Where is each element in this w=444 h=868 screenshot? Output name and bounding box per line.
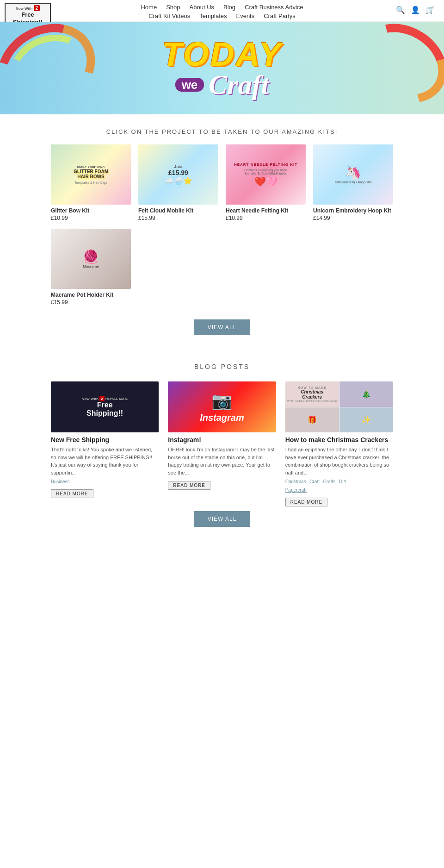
instagram-icon: 📷 [211,391,232,411]
nav-blog[interactable]: Blog [223,4,235,11]
nav-icons: 🔍 👤 🛒 [396,6,435,14]
product-name-4: Unicorn Embroidery Hoop Kit [313,207,393,214]
blog-post-title-2: Instagram! [168,436,276,443]
nav-craft-partys[interactable]: Craft Partys [264,12,296,19]
product-image-macrame: 🧶 Macrame [51,229,131,289]
instagram-label: Instagram [200,412,244,423]
cart-icon[interactable]: 🛒 [426,6,435,14]
blog-section: BLOG POSTS Now With 2 ROYAL MAIL FreeShi… [42,354,402,564]
footer-view-all-wrap: VIEW ALL [51,506,393,545]
view-all-products-button[interactable]: VIEW ALL [194,319,251,335]
product-image-glitter-bow: Make Your Own GLITTER FOAMHAIR BOWS Temp… [51,144,131,205]
hero-we: we [175,78,204,92]
blog-post-excerpt-3: I had an epiphany the other day. I don't… [285,446,393,476]
blog-tag-papercraft[interactable]: Papercraft [285,487,307,493]
blog-grid: Now With 2 ROYAL MAIL FreeShipping!! New… [51,381,393,506]
product-image-unicorn: 🦄 Embroidery Hoop Kit [313,144,393,205]
product-price-2: £15.99 [138,215,218,221]
nav-row-1: Home Shop About Us Blog Craft Business A… [0,4,444,11]
blog-image-shipping: Now With 2 ROYAL MAIL FreeShipping!! [51,381,159,432]
blog-tag-business[interactable]: Business [51,479,70,484]
main-nav: Now With 2 Free Shipping!! Home Shop Abo… [0,0,444,22]
product-name-3: Heart Needle Felting Kit [226,207,306,214]
product-price-1: £10.99 [51,215,131,221]
nav-events[interactable]: Events [236,12,254,19]
account-icon[interactable]: 👤 [411,6,420,14]
blog-card-instagram: 📷 Instagram Instagram! OHHH! look I'm on… [168,381,276,506]
blog-post-tags-1: Business [51,476,159,485]
blog-post-excerpt-1: That's right folks! You spoke and we lis… [51,446,159,476]
product-name-1: Glitter Bow Kit [51,207,131,214]
product-price-3: £10.99 [226,215,306,221]
product-price-5: £15.99 [51,299,131,306]
hero-craft: Craft [209,71,269,99]
blog-post-excerpt-2: OHHH! look I'm on Instagram! I may be th… [168,446,276,476]
nav-craft-kit-videos[interactable]: Craft Kit Videos [148,12,190,19]
products-section: CLICK ON THE PROJECT TO BE TAKEN TO OUR … [42,114,402,354]
product-card-macrame[interactable]: 🧶 Macrame Macrame Pot Holder Kit £15.99 [51,229,131,306]
nav-craft-business[interactable]: Craft Business Advice [245,4,303,11]
blog-image-instagram: 📷 Instagram [168,381,276,432]
blog-post-title-3: How to make Christmas Crackers [285,436,393,443]
blog-section-title: BLOG POSTS [51,354,393,381]
blog-tag-diy[interactable]: DIY [339,479,347,484]
product-card-glitter-bow[interactable]: Make Your Own GLITTER FOAMHAIR BOWS Temp… [51,144,131,221]
blog-read-more-3[interactable]: READ MORE [285,498,328,506]
hero-today: TODAY [162,37,282,71]
nav-templates[interactable]: Templates [199,12,227,19]
blog-card-christmas: HOW TO MAKE ChristmasCrackers WITH A FRE… [285,381,393,506]
hero-banner: TODAY we Craft [0,22,444,114]
nav-shop[interactable]: Shop [166,4,180,11]
blog-read-more-1[interactable]: READ MORE [51,489,93,498]
blog-tag-crafts[interactable]: Crafts [323,479,336,484]
product-image-felt-cloud: Just £15.99 ☁️🌧️⭐ [138,144,218,205]
product-card-heart-felting[interactable]: HEART NEEDLE FELTING KIT Contains everyt… [226,144,306,221]
product-card-unicorn[interactable]: 🦄 Embroidery Hoop Kit Unicorn Embroidery… [313,144,393,221]
nav-about[interactable]: About Us [190,4,214,11]
blog-image-christmas: HOW TO MAKE ChristmasCrackers WITH A FRE… [285,381,393,432]
product-card-felt-cloud[interactable]: Just £15.99 ☁️🌧️⭐ Felt Cloud Mobile Kit … [138,144,218,221]
blog-card-shipping: Now With 2 ROYAL MAIL FreeShipping!! New… [51,381,159,506]
product-image-heart-felting: HEART NEEDLE FELTING KIT Contains everyt… [226,144,306,205]
search-icon[interactable]: 🔍 [396,6,405,14]
products-grid-row2: 🧶 Macrame Macrame Pot Holder Kit £15.99 [51,229,393,306]
blog-post-tags-3: Christmas Craft Crafts DIY Papercraft [285,476,393,493]
product-price-4: £14.99 [313,215,393,221]
blog-tag-christmas[interactable]: Christmas [285,479,306,484]
view-all-blog-button[interactable]: VIEW ALL [194,511,251,527]
product-name-5: Macrame Pot Holder Kit [51,292,131,298]
blog-tag-craft[interactable]: Craft [309,479,320,484]
product-name-2: Felt Cloud Mobile Kit [138,207,218,214]
products-grid-row1: Make Your Own GLITTER FOAMHAIR BOWS Temp… [51,144,393,221]
blog-read-more-2[interactable]: READ MORE [168,481,210,490]
nav-row-2: Craft Kit Videos Templates Events Craft … [0,12,444,19]
nav-home[interactable]: Home [141,4,157,11]
view-all-products-wrap: VIEW ALL [51,306,393,354]
blog-post-title-1: New Free Shipping [51,436,159,443]
products-section-title: CLICK ON THE PROJECT TO BE TAKEN TO OUR … [51,114,393,144]
